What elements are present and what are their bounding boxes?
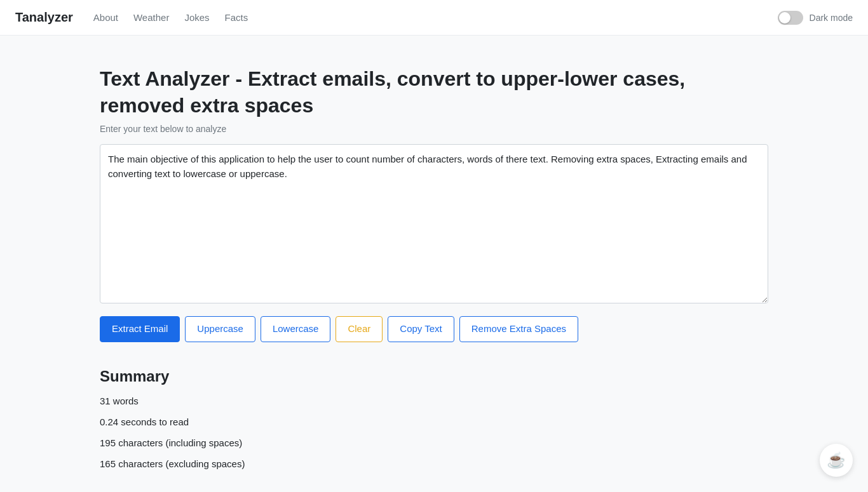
nav-facts[interactable]: Facts — [225, 12, 248, 23]
text-input[interactable]: The main objective of this application t… — [100, 144, 768, 303]
extract-email-button[interactable]: Extract Email — [100, 316, 180, 342]
summary-section: Summary 31 words 0.24 seconds to read 19… — [100, 368, 768, 469]
page-title: Text Analyzer - Extract emails, convert … — [100, 66, 768, 119]
navbar: Tanalyzer About Weather Jokes Facts Dark… — [0, 0, 868, 36]
brand-link[interactable]: Tanalyzer — [15, 10, 73, 25]
nav-jokes[interactable]: Jokes — [184, 12, 209, 23]
nav-weather[interactable]: Weather — [133, 12, 169, 23]
preview-heading: Preview — [100, 489, 768, 492]
lowercase-button[interactable]: Lowercase — [261, 316, 331, 342]
coffee-icon: ☕ — [827, 451, 846, 469]
summary-chars-without-spaces: 165 characters (excluding spaces) — [100, 458, 768, 469]
main-content: Text Analyzer - Extract emails, convert … — [85, 36, 783, 492]
summary-heading: Summary — [100, 368, 768, 385]
dark-mode-switch[interactable] — [778, 11, 803, 25]
button-row: Extract Email Uppercase Lowercase Clear … — [100, 316, 768, 342]
uppercase-button[interactable]: Uppercase — [185, 316, 255, 342]
summary-chars-with-spaces: 195 characters (including spaces) — [100, 437, 768, 448]
preview-section: Preview The main objective of this appli… — [100, 489, 768, 492]
clear-button[interactable]: Clear — [336, 316, 383, 342]
remove-extra-spaces-button[interactable]: Remove Extra Spaces — [459, 316, 578, 342]
copy-text-button[interactable]: Copy Text — [388, 316, 454, 342]
nav-about[interactable]: About — [93, 12, 118, 23]
dark-mode-label: Dark mode — [810, 13, 853, 23]
dark-mode-toggle: Dark mode — [778, 11, 853, 25]
summary-read-time: 0.24 seconds to read — [100, 416, 768, 427]
coffee-button[interactable]: ☕ — [820, 444, 853, 477]
summary-words: 31 words — [100, 396, 768, 406]
page-subtitle: Enter your text below to analyze — [100, 124, 768, 134]
nav-links: About Weather Jokes Facts — [93, 12, 778, 23]
